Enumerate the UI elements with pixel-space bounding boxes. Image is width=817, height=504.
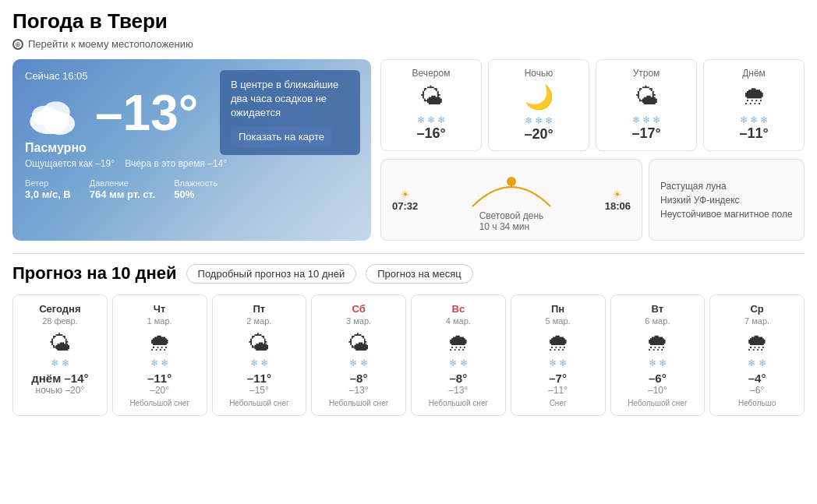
sunset-time: ☀ 18:06 — [605, 189, 631, 212]
snow-indicator: ❄ ❄ ❄ — [740, 115, 769, 125]
tooltip-text: В центре в ближайшие два часа осадков не… — [231, 78, 349, 121]
tod-temp: –17° — [603, 125, 690, 142]
timeofday-section: Вечером 🌤 ❄ ❄ ❄ –16° Ночью 🌙 ❄ ❄ ❄ –20° … — [380, 59, 805, 241]
day-snow: ❄ ❄ — [317, 358, 401, 368]
day-name: Пн — [516, 303, 600, 315]
day-card: Вс 4 мар. 🌨 ❄ ❄ –8° –13° Небольшой снег — [411, 294, 506, 416]
tod-icon: 🌤 — [603, 83, 690, 110]
day-temp-low: –10° — [616, 385, 700, 396]
sunrise-time: ☀ 07:32 — [392, 189, 418, 212]
tod-temp: –11° — [710, 125, 798, 142]
day-snow: ❄ ❄ — [516, 358, 600, 368]
tod-label: Утром — [603, 68, 690, 79]
day-icon: 🌨 — [416, 330, 500, 356]
sun-arc-svg — [465, 167, 558, 210]
location-link-text: Перейти к моему местоположению — [28, 38, 193, 50]
day-date: 4 мар. — [416, 316, 500, 326]
day-snow: ❄ ❄ — [118, 358, 202, 368]
day-name: Вс — [416, 303, 500, 315]
day-date: 7 мар. — [715, 316, 799, 326]
day-name: Вт — [616, 303, 700, 315]
day-date: 2 мар. — [218, 316, 302, 326]
day-name: Ср — [715, 303, 799, 315]
wind-detail: Ветер 3,0 м/с, В — [25, 178, 71, 200]
forecast-header: Прогноз на 10 дней Подробный прогноз на … — [12, 263, 805, 284]
day-temp-high: днём –14° — [18, 372, 102, 385]
day-icon: 🌨 — [715, 330, 799, 356]
day-icon: 🌨 — [516, 330, 600, 356]
day-snow: ❄ ❄ — [218, 358, 302, 368]
astro-info: Растущая лунаНизкий УФ-индексНеустойчиво… — [649, 159, 805, 241]
day-temp-low: ночью –20° — [18, 385, 102, 396]
day-date: 1 мар. — [118, 316, 202, 326]
tod-card: Ночью 🌙 ❄ ❄ ❄ –20° — [488, 59, 589, 151]
sun-info-row: ☀ 07:32 Световой день 10 ч 34 мин — [380, 159, 805, 241]
day-temp-low: –11° — [516, 385, 600, 396]
detailed-forecast-button[interactable]: Подробный прогноз на 10 дней — [186, 264, 357, 284]
day-temp-high: –11° — [118, 372, 202, 385]
day-icon: 🌤 — [218, 330, 302, 356]
day-temp-low: –13° — [416, 385, 500, 396]
day-desc: Небольшой снег — [118, 399, 202, 407]
forecast-title: Прогноз на 10 дней — [12, 263, 177, 284]
day-card: Ср 7 мар. 🌨 ❄ ❄ –4° –6° Небольшо — [709, 294, 805, 416]
day-temp-high: –8° — [317, 372, 401, 385]
day-date: 3 мар. — [317, 316, 401, 326]
location-link[interactable]: ⊕ Перейти к моему местоположению — [12, 38, 805, 50]
tod-temp: –16° — [387, 125, 475, 142]
tod-card: Днём 🌨 ❄ ❄ ❄ –11° — [703, 59, 805, 151]
day-icon: 🌨 — [616, 330, 700, 356]
day-temp-high: –6° — [616, 372, 700, 385]
weather-tooltip: В центре в ближайшие два часа осадков не… — [220, 70, 360, 155]
day-name: Пт — [218, 303, 302, 315]
day-temp-high: –4° — [715, 372, 799, 385]
day-card: Сегодня 28 февр. 🌤 ❄ ❄ днём –14° ночью –… — [12, 294, 108, 416]
tod-icon: 🌙 — [495, 83, 582, 111]
tod-icon: 🌤 — [387, 83, 475, 110]
svg-point-4 — [507, 177, 516, 186]
forecast-days: Сегодня 28 февр. 🌤 ❄ ❄ днём –14° ночью –… — [12, 294, 805, 416]
day-temp-low: –13° — [317, 385, 401, 396]
day-temp-high: –7° — [516, 372, 600, 385]
tod-label: Вечером — [387, 68, 475, 79]
day-temp-high: –8° — [416, 372, 500, 385]
current-details: Ветер 3,0 м/с, В Давление 764 мм рт. ст.… — [25, 178, 359, 200]
page-title: Погода в Твери — [12, 9, 805, 33]
day-icon: 🌤 — [317, 330, 401, 356]
day-desc: Небольшой снег — [317, 399, 401, 407]
day-date: 28 февр. — [18, 316, 102, 326]
tod-card: Утром 🌤 ❄ ❄ ❄ –17° — [596, 59, 697, 151]
astro-item: Неустойчивое магнитное поле — [660, 209, 793, 220]
current-weather-card: Сейчас 16:05 –13° В центре в ближайшие д… — [12, 59, 371, 241]
day-name: Чт — [118, 303, 202, 315]
day-snow: ❄ ❄ — [715, 358, 799, 368]
day-card: Вт 6 мар. 🌨 ❄ ❄ –6° –10° Небольшой снег — [610, 294, 706, 416]
cloud-icon — [25, 90, 87, 136]
tod-icon: 🌨 — [710, 83, 798, 110]
page-container: Погода в Твери ⊕ Перейти к моему местопо… — [0, 0, 817, 425]
monthly-forecast-button[interactable]: Прогноз на месяц — [366, 264, 473, 284]
day-temp-low: –20° — [118, 385, 202, 396]
day-desc: Небольшой снег — [616, 399, 700, 407]
day-icon: 🌨 — [118, 330, 202, 356]
tod-label: Днём — [710, 68, 798, 79]
astro-item: Растущая луна — [660, 181, 793, 192]
map-link[interactable]: Показать на карте — [231, 127, 332, 147]
day-card: Сб 3 мар. 🌤 ❄ ❄ –8° –13° Небольшой снег — [311, 294, 406, 416]
pressure-detail: Давление 764 мм рт. ст. — [90, 178, 155, 200]
day-temp-low: –15° — [218, 385, 302, 396]
timeofday-row: Вечером 🌤 ❄ ❄ ❄ –16° Ночью 🌙 ❄ ❄ ❄ –20° … — [380, 59, 805, 151]
day-snow: ❄ ❄ — [616, 358, 700, 368]
day-name: Сб — [317, 303, 401, 315]
day-icon: 🌤 — [18, 330, 102, 356]
day-temp-low: –6° — [715, 385, 799, 396]
snow-indicator: ❄ ❄ ❄ — [632, 115, 661, 125]
sun-card: ☀ 07:32 Световой день 10 ч 34 мин — [380, 159, 642, 241]
day-desc: Небольшой снег — [416, 399, 500, 407]
day-date: 6 мар. — [616, 316, 700, 326]
day-snow: ❄ ❄ — [18, 358, 102, 368]
section-divider — [12, 253, 805, 254]
day-desc: Снег — [516, 399, 600, 407]
snow-indicator: ❄ ❄ ❄ — [525, 115, 554, 126]
location-icon: ⊕ — [12, 39, 23, 50]
